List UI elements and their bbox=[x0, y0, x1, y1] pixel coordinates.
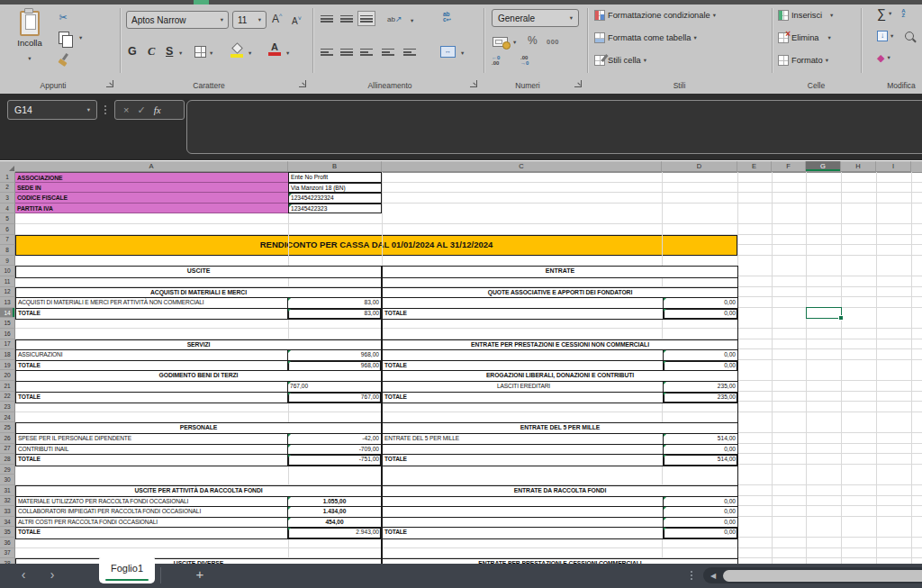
column-header-C[interactable]: C bbox=[382, 161, 662, 172]
name-box[interactable]: G14 ▾ bbox=[7, 100, 97, 120]
cell-value[interactable]: 0,00 bbox=[663, 445, 737, 455]
fill-button[interactable]: ↓ ▾ bbox=[877, 31, 914, 41]
cell-label[interactable]: TOTALE bbox=[383, 393, 663, 403]
tab-options-icon[interactable] bbox=[691, 571, 692, 573]
decrease-indent-icon[interactable] bbox=[382, 47, 394, 57]
cell-value[interactable]: 0,00 bbox=[663, 528, 737, 538]
format-painter-button[interactable] bbox=[54, 51, 72, 68]
cell-label[interactable] bbox=[383, 445, 663, 455]
cell-value[interactable]: -709,00 bbox=[287, 445, 381, 455]
align-left-icon[interactable] bbox=[321, 47, 333, 57]
cell-label[interactable]: TOTALE bbox=[16, 455, 287, 466]
cut-button[interactable]: ✂ bbox=[54, 9, 72, 25]
conditional-formatting-button[interactable]: Formattazione condizionale▾ bbox=[594, 10, 716, 21]
format-cells-button[interactable]: Formato▾ bbox=[778, 55, 828, 66]
currency-format-icon[interactable] bbox=[493, 37, 508, 47]
cell-value[interactable]: 83,00 bbox=[287, 309, 381, 320]
cell-value[interactable]: 514,00 bbox=[663, 455, 737, 466]
autosum-button[interactable]: ∑ ▾ AZ bbox=[877, 8, 906, 19]
row-header-35[interactable]: 35 bbox=[0, 527, 15, 538]
dialog-launcher-icon[interactable] bbox=[470, 80, 477, 87]
scroll-left-icon[interactable]: ◀ bbox=[710, 572, 716, 580]
row-header-14[interactable]: 14 bbox=[0, 308, 15, 319]
align-top-icon[interactable] bbox=[321, 14, 333, 23]
cell-label[interactable] bbox=[383, 298, 663, 308]
row-header-4[interactable]: 4 bbox=[0, 204, 15, 214]
underline-button[interactable]: S bbox=[166, 45, 173, 58]
percent-format-button[interactable]: % bbox=[528, 34, 538, 47]
cell-value[interactable]: 235,00 bbox=[663, 382, 737, 392]
section-header[interactable]: QUOTE ASSOCIATIVE E APPORTI DEI FONDATOR… bbox=[383, 288, 737, 299]
font-name-select[interactable]: Aptos Narrow ▾ bbox=[126, 11, 229, 29]
row-header-19[interactable]: 19 bbox=[0, 360, 15, 371]
row-header-18[interactable]: 18 bbox=[0, 349, 15, 360]
dialog-launcher-icon[interactable] bbox=[106, 80, 113, 87]
add-sheet-button[interactable]: + bbox=[191, 565, 209, 583]
cancel-icon[interactable]: × bbox=[123, 104, 129, 115]
column-header-H[interactable]: H bbox=[841, 161, 876, 172]
sheet-tab-foglio1[interactable]: Foglio1 bbox=[99, 557, 155, 583]
cell-value[interactable]: 514,00 bbox=[663, 434, 737, 444]
formula-input[interactable] bbox=[186, 100, 922, 154]
row-header-10[interactable]: 10 bbox=[0, 266, 15, 276]
row-header-22[interactable]: 22 bbox=[0, 392, 15, 403]
row-header-3[interactable]: 3 bbox=[0, 193, 15, 204]
cell-label[interactable]: COLLABORATORI IMPIEGATI PER RACCOLTA FON… bbox=[16, 507, 287, 517]
cell-label[interactable]: TOTALE bbox=[383, 309, 663, 320]
cell-value[interactable]: 0,00 bbox=[663, 507, 737, 517]
align-right-icon[interactable] bbox=[360, 47, 373, 57]
dialog-launcher-icon[interactable] bbox=[299, 80, 306, 87]
row-header-23[interactable]: 23 bbox=[0, 402, 15, 412]
chevron-down-icon[interactable]: ▾ bbox=[210, 50, 212, 57]
cell-value[interactable]: 83,00 bbox=[287, 298, 381, 308]
align-middle-icon[interactable] bbox=[340, 14, 353, 23]
cell-value[interactable]: 2.943,00 bbox=[287, 528, 381, 538]
insert-cells-button[interactable]: Inserisci▾ bbox=[778, 10, 833, 21]
cell-label[interactable]: TOTALE bbox=[16, 528, 287, 538]
cell-label[interactable] bbox=[383, 497, 663, 507]
row-header-15[interactable]: 15 bbox=[0, 318, 15, 329]
cell-value[interactable]: 0,00 bbox=[663, 298, 737, 308]
row-header-27[interactable]: 27 bbox=[0, 444, 15, 455]
chevron-down-icon[interactable]: ▾ bbox=[179, 50, 182, 57]
row-header-26[interactable]: 26 bbox=[0, 433, 15, 444]
increase-font-button[interactable]: A^ bbox=[272, 13, 282, 25]
column-header-A[interactable]: A bbox=[15, 161, 288, 172]
row-header-34[interactable]: 34 bbox=[0, 517, 15, 528]
section-header[interactable]: ACQUISTI DI MATERIALI E MERCI bbox=[16, 288, 381, 299]
row-header-28[interactable]: 28 bbox=[0, 454, 15, 465]
row-header-9[interactable]: 9 bbox=[0, 256, 15, 267]
section-header[interactable]: PERSONALE bbox=[16, 423, 381, 434]
panel-header-uscite[interactable]: USCITE bbox=[15, 266, 382, 277]
row-header-21[interactable]: 21 bbox=[0, 381, 15, 392]
cell-label[interactable]: TOTALE bbox=[16, 309, 287, 320]
align-bottom-icon[interactable] bbox=[357, 11, 375, 26]
increase-decimal-icon[interactable]: ←0.00 bbox=[492, 56, 500, 66]
cell-label[interactable]: TOTALE bbox=[383, 528, 663, 538]
section-header[interactable]: USCITE PER ATTIVITÀ DA RACCOLTA FONDI bbox=[16, 486, 381, 497]
chevron-down-icon[interactable]: ▾ bbox=[79, 35, 82, 41]
statement-title-cell[interactable]: RENDICONTO PER CASSA DAL 01/01/2024 AL 3… bbox=[15, 235, 737, 256]
cell-label[interactable]: SPESE PER IL PERSONALE DIPENDENTE bbox=[16, 434, 287, 444]
cell-value[interactable]: 767,00 bbox=[287, 393, 381, 403]
chevron-down-icon[interactable]: ▾ bbox=[461, 50, 464, 57]
row-header-17[interactable]: 17 bbox=[0, 339, 15, 350]
borders-icon[interactable] bbox=[194, 46, 206, 58]
increase-indent-icon[interactable] bbox=[403, 47, 416, 57]
paste-button[interactable]: Incolla ▾ bbox=[9, 8, 50, 72]
row-header-24[interactable]: 24 bbox=[0, 412, 15, 423]
decrease-decimal-icon[interactable]: .00→0 bbox=[520, 56, 529, 66]
row-header-36[interactable]: 36 bbox=[0, 538, 15, 548]
section-header[interactable]: ENTRATE DA RACCOLTA FONDI bbox=[383, 486, 737, 497]
merge-center-icon[interactable]: ↔ bbox=[440, 46, 456, 58]
cell-value[interactable]: 1.055,00 bbox=[287, 497, 381, 507]
section-header[interactable]: ENTRATE DEL 5 PER MILLE bbox=[383, 423, 737, 434]
info-value-cell[interactable]: 1234542232324 bbox=[288, 193, 382, 204]
formula-bar-grip-icon[interactable] bbox=[104, 105, 106, 107]
info-value-cell[interactable]: Via Manzoni 18 (BN) bbox=[288, 183, 382, 194]
cell-value[interactable]: 767,00 bbox=[287, 382, 381, 392]
cell-label[interactable]: LASCITI EREDITARI bbox=[383, 382, 663, 392]
next-sheet-button[interactable]: › bbox=[43, 566, 61, 584]
cell-value[interactable]: 235,00 bbox=[663, 393, 737, 403]
row-header-2[interactable]: 2 bbox=[0, 183, 15, 194]
